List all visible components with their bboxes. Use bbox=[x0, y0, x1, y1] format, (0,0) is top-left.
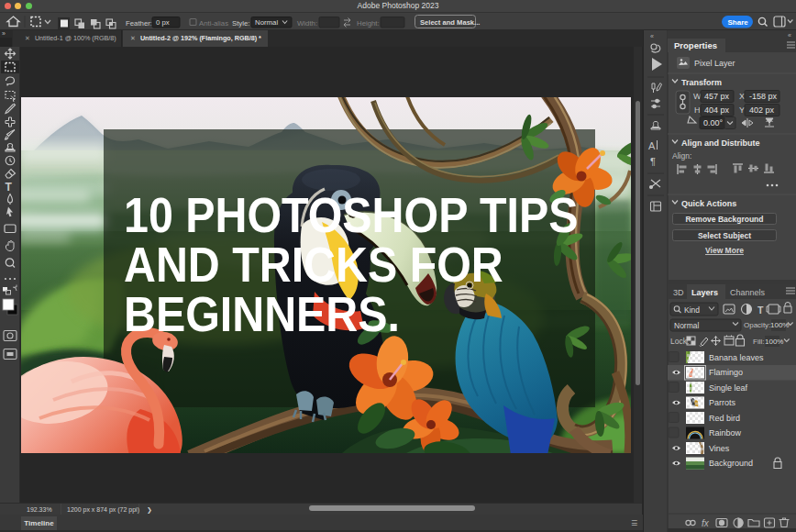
svg-text:402 px: 402 px bbox=[749, 105, 775, 115]
svg-text:Share: Share bbox=[728, 18, 749, 27]
svg-text:Y: Y bbox=[739, 105, 745, 115]
svg-text:Properties: Properties bbox=[674, 40, 717, 50]
svg-text:fx: fx bbox=[702, 518, 710, 528]
svg-text:Select Subject: Select Subject bbox=[698, 231, 751, 240]
svg-text:Width:: Width: bbox=[297, 19, 317, 28]
svg-text:Channels: Channels bbox=[730, 288, 766, 297]
svg-text:T: T bbox=[757, 305, 764, 316]
svg-text:«: « bbox=[650, 33, 654, 39]
svg-text:Height:: Height: bbox=[357, 19, 380, 28]
svg-text:¶: ¶ bbox=[650, 156, 656, 167]
svg-text:Select and Mask...: Select and Mask... bbox=[420, 18, 480, 27]
svg-text:Banana leaves: Banana leaves bbox=[709, 353, 764, 362]
svg-text:100%: 100% bbox=[770, 321, 789, 329]
svg-text:0 px: 0 px bbox=[156, 18, 170, 27]
svg-text:A: A bbox=[648, 140, 656, 151]
svg-text:Vines: Vines bbox=[709, 444, 730, 453]
svg-text:T: T bbox=[6, 181, 13, 194]
svg-text:View More: View More bbox=[705, 246, 744, 255]
svg-text:404 px: 404 px bbox=[704, 105, 730, 115]
svg-text:Align and Distribute: Align and Distribute bbox=[681, 139, 760, 148]
svg-text:Opacity:: Opacity: bbox=[744, 321, 770, 329]
svg-text:H: H bbox=[694, 105, 701, 115]
svg-text:«: « bbox=[788, 32, 791, 39]
svg-text:Anti-alias: Anti-alias bbox=[199, 19, 228, 28]
svg-text:Transform: Transform bbox=[681, 78, 722, 87]
svg-text:Layers: Layers bbox=[691, 288, 718, 297]
svg-text:Normal: Normal bbox=[255, 18, 278, 27]
svg-text:0.00°: 0.00° bbox=[703, 118, 724, 127]
svg-text:Fill:: Fill: bbox=[753, 338, 764, 346]
svg-text:457 px: 457 px bbox=[704, 92, 730, 101]
svg-text:Background: Background bbox=[709, 459, 753, 468]
svg-text:Flamingo: Flamingo bbox=[709, 368, 743, 377]
svg-text:Parrots: Parrots bbox=[709, 398, 736, 407]
svg-text:Style:: Style: bbox=[232, 19, 250, 28]
svg-text:Align:: Align: bbox=[672, 151, 691, 161]
svg-text:Kind: Kind bbox=[684, 305, 700, 315]
svg-text:100%: 100% bbox=[765, 338, 783, 346]
svg-text:Red bird: Red bird bbox=[709, 414, 740, 423]
svg-text:Remove Background: Remove Background bbox=[685, 215, 763, 224]
svg-text:Quick Actions: Quick Actions bbox=[681, 199, 736, 208]
svg-text:Normal: Normal bbox=[674, 321, 700, 330]
svg-text:3D: 3D bbox=[673, 288, 684, 297]
svg-text:Lock:: Lock: bbox=[670, 337, 689, 346]
svg-text:Pixel Layer: Pixel Layer bbox=[694, 59, 735, 68]
svg-text:Rainbow: Rainbow bbox=[709, 428, 742, 438]
svg-text:Feather:: Feather: bbox=[126, 19, 152, 28]
svg-text:-158 px: -158 px bbox=[749, 92, 778, 101]
svg-text:Single leaf: Single leaf bbox=[709, 383, 748, 393]
svg-text:X: X bbox=[739, 92, 745, 101]
